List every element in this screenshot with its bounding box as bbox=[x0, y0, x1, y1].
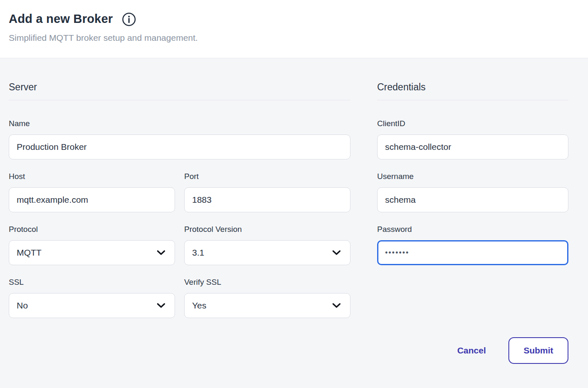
cancel-button[interactable]: Cancel bbox=[457, 346, 486, 356]
verify-ssl-field: Verify SSL Yes bbox=[184, 277, 350, 318]
protocol-select-value: MQTT bbox=[17, 248, 41, 258]
client-id-field: ClientID bbox=[377, 119, 568, 159]
chevron-down-icon bbox=[157, 303, 165, 308]
protocol-label: Protocol bbox=[9, 224, 175, 234]
name-label: Name bbox=[9, 119, 350, 129]
protocol-version-field: Protocol Version 3.1 bbox=[184, 224, 350, 265]
client-id-input[interactable] bbox=[377, 134, 568, 159]
page-subtitle: Simplified MQTT broker setup and managem… bbox=[9, 33, 579, 43]
password-field: Password bbox=[377, 224, 568, 265]
port-field: Port bbox=[184, 172, 350, 212]
ssl-label: SSL bbox=[9, 277, 175, 287]
ssl-select-value: No bbox=[17, 301, 28, 311]
server-section-heading: Server bbox=[9, 81, 350, 100]
protocol-version-select-value: 3.1 bbox=[192, 248, 204, 258]
verify-ssl-label: Verify SSL bbox=[184, 277, 350, 287]
protocol-select[interactable]: MQTT bbox=[9, 240, 175, 265]
ssl-field: SSL No bbox=[9, 277, 175, 318]
password-label: Password bbox=[377, 224, 568, 234]
title-row: Add a new Broker bbox=[9, 11, 579, 27]
protocol-version-label: Protocol Version bbox=[184, 224, 350, 234]
password-input[interactable] bbox=[377, 240, 568, 265]
server-section: Server Name Host Port Protocol MQTT bbox=[9, 81, 350, 364]
verify-ssl-select[interactable]: Yes bbox=[184, 293, 350, 318]
chevron-down-icon bbox=[332, 303, 341, 308]
port-input[interactable] bbox=[184, 187, 350, 212]
protocol-version-select[interactable]: 3.1 bbox=[184, 240, 350, 265]
credentials-section: Credentials ClientID Username Password C… bbox=[377, 81, 568, 364]
host-input[interactable] bbox=[9, 187, 175, 212]
form-actions: Cancel Submit bbox=[377, 337, 568, 364]
username-label: Username bbox=[377, 172, 568, 182]
page-title: Add a new Broker bbox=[9, 12, 113, 26]
client-id-label: ClientID bbox=[377, 119, 568, 129]
credentials-section-heading: Credentials bbox=[377, 81, 568, 100]
username-input[interactable] bbox=[377, 187, 568, 212]
host-field: Host bbox=[9, 172, 175, 212]
page-header: Add a new Broker Simplified MQTT broker … bbox=[0, 0, 588, 58]
broker-form: Server Name Host Port Protocol MQTT bbox=[0, 58, 588, 364]
chevron-down-icon bbox=[157, 250, 165, 256]
chevron-down-icon bbox=[332, 250, 341, 256]
verify-ssl-select-value: Yes bbox=[192, 301, 206, 311]
host-label: Host bbox=[9, 172, 175, 182]
ssl-row: SSL No Verify SSL Yes bbox=[9, 277, 350, 318]
host-port-row: Host Port bbox=[9, 172, 350, 212]
protocol-field: Protocol MQTT bbox=[9, 224, 175, 265]
submit-button[interactable]: Submit bbox=[508, 337, 568, 364]
info-icon[interactable] bbox=[122, 12, 136, 27]
username-field: Username bbox=[377, 172, 568, 212]
name-field: Name bbox=[9, 119, 350, 159]
protocol-row: Protocol MQTT Protocol Version 3.1 bbox=[9, 224, 350, 265]
name-input[interactable] bbox=[9, 134, 350, 159]
ssl-select[interactable]: No bbox=[9, 293, 175, 318]
port-label: Port bbox=[184, 172, 350, 182]
